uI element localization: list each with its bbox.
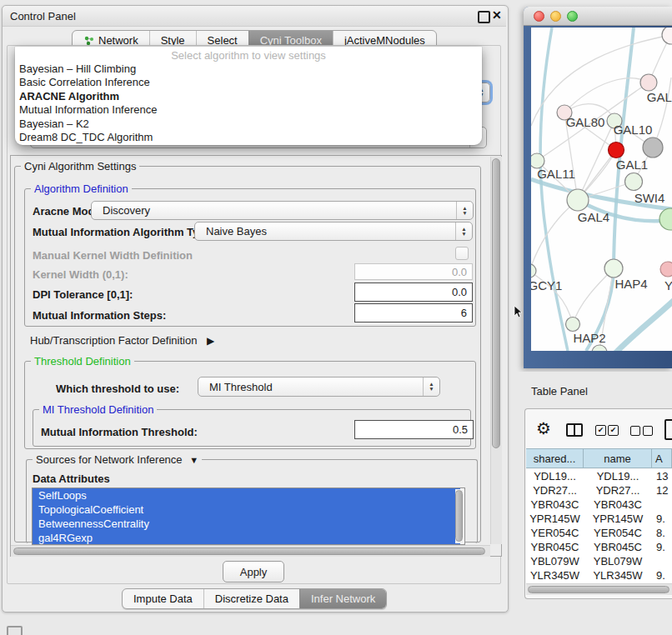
mi-threshold-group-title: MI Threshold Definition [39,403,157,416]
combo-arrows-icon: ▲▼ [423,378,439,396]
network-node[interactable] [592,345,607,351]
table-cell: 9. [652,540,672,554]
minimize-traffic-light-icon[interactable] [550,11,561,22]
settings-vscrollbar[interactable] [490,157,502,544]
network-node[interactable] [643,138,663,158]
column-header-shared[interactable]: shared... [526,449,584,468]
column-header-a[interactable]: A [652,449,672,468]
network-node[interactable] [567,189,589,211]
table-cell: YPR145W [584,512,652,526]
algorithm-option-aracne-algorithm[interactable]: ARACNE Algorithm [15,90,482,103]
table-cell: YLR345W [584,568,652,582]
attribute-item-selfloops[interactable]: SelfLoops [33,488,460,502]
columns-icon[interactable] [566,423,583,437]
algorithm-option-mutual-information-inference[interactable]: Mutual Information Inference [15,103,482,117]
kernel-width-field[interactable]: 0.0 [354,263,473,280]
aracne-mode-combo[interactable]: Discovery ▲▼ [91,201,474,220]
zoom-traffic-light-icon[interactable] [567,11,578,22]
threshold-definition-title: Threshold Definition [31,355,134,368]
sources-group-title[interactable]: Sources for Network Inference ▼ [33,453,202,466]
network-node[interactable] [662,28,672,44]
table-row[interactable]: YBR043CYBR043C [526,498,672,512]
float-window-icon[interactable] [478,11,490,23]
tab-impute-data[interactable]: Impute Data [123,589,203,608]
algorithm-option-bayesian-k2[interactable]: Bayesian – K2 [15,118,482,131]
network-edge[interactable] [531,200,578,271]
algorithm-option-bayesian-hill-climbing[interactable]: Bayesian – Hill Climbing [15,62,482,76]
table-row[interactable]: YPR145WYPR145W9. [526,512,672,526]
table-row[interactable]: YDL19...YDL19...13 [526,469,672,483]
attribute-item-gal4rgexp[interactable]: gal4RGexp [33,531,460,545]
network-node[interactable] [659,208,672,230]
table-row[interactable]: YLR345WYLR345W9. [526,568,672,582]
network-edge[interactable] [564,78,649,112]
attribute-item-topologicalcoefficient[interactable]: TopologicalCoefficient [33,502,460,517]
network-node[interactable] [660,262,672,277]
table-body[interactable]: YDL19...YDL19...13YDR27...YDR27...12YBR0… [526,469,672,583]
screen: { "colors": { "selection_blue": "#3b6fd6… [0,0,672,635]
table-cell: 9. [652,512,672,526]
tab-discretize-data[interactable]: Discretize Data [203,589,299,608]
network-edge[interactable] [573,268,614,324]
table-row[interactable]: YBR045CYBR045C9. [526,540,672,554]
table-cell: YPR145W [526,512,584,526]
table-hscrollbar[interactable] [526,583,672,595]
network-node[interactable] [566,318,580,332]
network-canvas[interactable]: GAL8GAL80GAL10GAL1GAL11SWI4GAL4GCY1HAP4Y… [531,28,672,351]
node-label-swi4: SWI4 [634,191,665,205]
column-header-name[interactable]: name [584,449,652,468]
kernel-width-label: Kernel Width (0,1): [33,268,128,281]
tab-infer-network[interactable]: Infer Network [299,589,386,608]
close-icon[interactable]: ✕ [492,8,502,22]
checked-checkbox-icon[interactable]: ✔ [595,425,606,436]
table-cell: YDL19... [584,469,652,483]
gear-icon[interactable]: ⚙ [536,418,551,438]
expander-collapsed-icon: ▶ [200,335,214,347]
close-traffic-light-icon[interactable] [534,11,544,22]
checked-checkbox-icon[interactable]: ✔ [608,425,619,436]
attr-list-scrollbar[interactable] [455,489,464,543]
apply-button[interactable]: Apply [223,561,284,582]
attribute-item-betweennesscentrality[interactable]: BetweennessCentrality [33,517,460,531]
network-window-titlebar[interactable] [524,7,672,26]
dpi-tolerance-label: DPI Tolerance [0,1]: [33,288,133,301]
node-label-gal80: GAL80 [566,115,605,129]
network-edge[interactable] [578,121,614,200]
settings-hscrollbar[interactable] [11,545,490,557]
table-row[interactable]: YDR27...YDR27...12 [526,483,672,498]
expander-expanded-icon: ▼ [185,455,198,465]
unchecked-checkbox-icon[interactable] [643,426,653,436]
node-label-gal1: GAL1 [616,158,648,172]
table-cell: 9. [652,568,672,582]
mi-type-combo[interactable]: Naive Bayes ▲▼ [194,222,473,241]
table-row[interactable]: YER054CYER054C8. [526,526,672,540]
network-node[interactable] [609,142,624,158]
table-cell: 8. [652,526,672,540]
dpi-tolerance-field[interactable]: 0.0 [354,282,473,302]
table-cell: 12 [652,483,672,498]
algorithm-option-dream8-dc-tdc-algorithm[interactable]: Dream8 DC_TDC Algorithm [15,131,482,144]
network-node[interactable] [640,74,657,91]
table-cell: YDL19... [526,469,584,483]
network-node[interactable] [625,173,643,191]
hub-expander[interactable]: Hub/Transcription Factor Definition ▶ [30,334,214,347]
network-edge[interactable] [614,298,672,351]
clipped-toolbar-icon[interactable] [664,419,672,440]
node-label-gal4: GAL4 [578,210,609,224]
algorithm-definition-title: Algorithm Definition [31,182,132,195]
table-row[interactable]: YBL079WYBL079W [526,554,672,568]
network-node[interactable] [604,259,623,278]
mi-threshold-field[interactable]: 0.5 [354,420,474,439]
manual-kernel-checkbox[interactable] [455,247,469,260]
mi-steps-field[interactable]: 6 [354,303,473,322]
unchecked-checkbox-icon[interactable] [630,426,640,436]
table-header-row[interactable]: shared...nameA [526,448,672,468]
mi-threshold-label: Mutual Information Threshold: [41,426,198,438]
manual-kernel-label: Manual Kernel Width Definition [33,249,193,262]
data-attributes-list[interactable]: SelfLoopsTopologicalCoefficientBetweenne… [32,488,465,545]
network-edge[interactable] [653,78,671,148]
which-threshold-combo[interactable]: MI Threshold ▲▼ [198,377,440,397]
which-threshold-label: Which threshold to use: [56,382,179,395]
algorithm-option-basic-correlation-inference[interactable]: Basic Correlation Inference [15,76,482,89]
algorithm-dropdown-list: Bayesian – Hill ClimbingBasic Correlatio… [15,62,482,144]
